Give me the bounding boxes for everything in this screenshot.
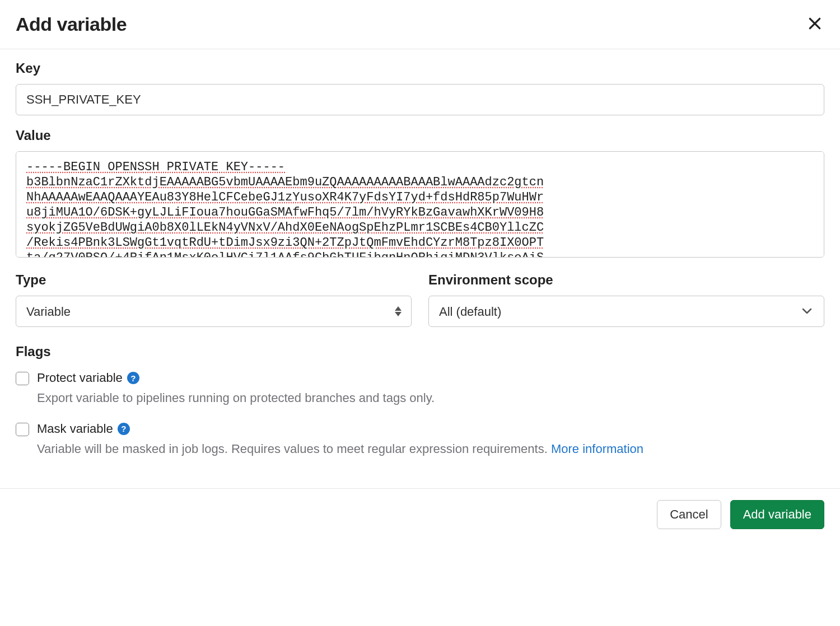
scope-label: Environment scope xyxy=(428,272,824,288)
help-icon[interactable]: ? xyxy=(127,372,139,384)
close-icon xyxy=(808,16,822,32)
type-scope-row: Type Variable Environment scope All (def… xyxy=(16,272,824,327)
help-icon[interactable]: ? xyxy=(118,423,130,435)
close-button[interactable] xyxy=(805,14,824,35)
modal-body: Key Value -----BEGIN OPENSSH PRIVATE KEY… xyxy=(0,49,840,488)
add-variable-button[interactable]: Add variable xyxy=(730,500,824,529)
scope-select[interactable]: All (default) xyxy=(428,296,824,327)
mask-description: Variable will be masked in job logs. Req… xyxy=(37,441,824,458)
key-field-group: Key xyxy=(16,60,824,115)
mask-flag-row: Mask variable ? Variable will be masked … xyxy=(16,422,824,458)
scope-field-group: Environment scope All (default) xyxy=(428,272,824,327)
value-textarea[interactable]: -----BEGIN OPENSSH PRIVATE KEY----- b3Bl… xyxy=(16,151,824,258)
type-field-group: Type Variable xyxy=(16,272,412,327)
key-input[interactable] xyxy=(16,84,824,115)
modal-footer: Cancel Add variable xyxy=(0,488,840,540)
mask-checkbox[interactable] xyxy=(16,423,29,436)
value-field-group: Value -----BEGIN OPENSSH PRIVATE KEY----… xyxy=(16,128,824,260)
value-label: Value xyxy=(16,128,824,143)
mask-label: Mask variable xyxy=(37,422,113,436)
modal-header: Add variable xyxy=(0,0,840,49)
modal-title: Add variable xyxy=(16,13,127,35)
key-label: Key xyxy=(16,60,824,76)
add-variable-modal: Add variable Key Value -----BEGIN OPENSS… xyxy=(0,0,840,540)
protect-description: Export variable to pipelines running on … xyxy=(37,390,824,407)
type-label: Type xyxy=(16,272,412,288)
protect-flag-row: Protect variable ? Export variable to pi… xyxy=(16,371,824,407)
protect-label: Protect variable xyxy=(37,371,123,385)
cancel-button[interactable]: Cancel xyxy=(657,500,721,529)
mask-description-text: Variable will be masked in job logs. Req… xyxy=(37,442,551,456)
flags-heading: Flags xyxy=(16,344,824,359)
type-select[interactable]: Variable xyxy=(16,296,412,327)
more-information-link[interactable]: More information xyxy=(551,442,643,456)
protect-checkbox[interactable] xyxy=(16,372,29,385)
